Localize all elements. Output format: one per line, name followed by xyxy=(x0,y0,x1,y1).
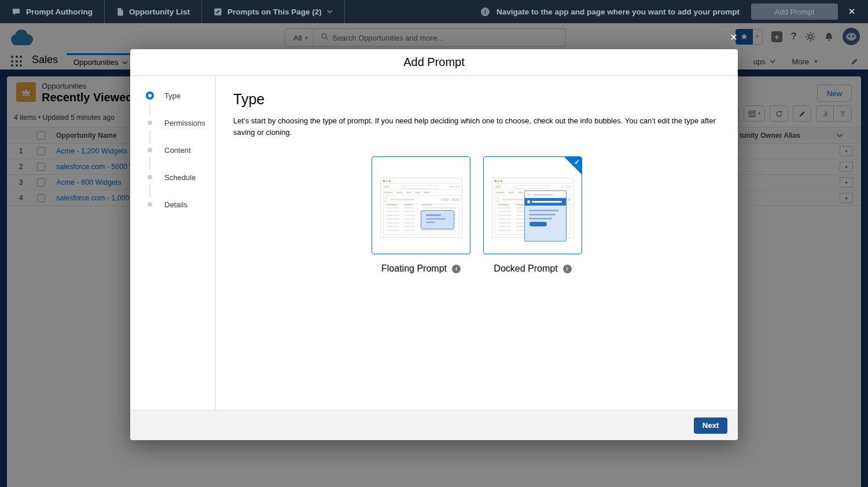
tab-prompts-on-this-page[interactable]: Prompts on This Page (2) xyxy=(202,0,345,23)
tab-opportunity-list[interactable]: Opportunity List xyxy=(105,0,202,23)
info-icon: i xyxy=(481,8,490,16)
step-dot xyxy=(148,202,152,207)
step-content[interactable]: Content xyxy=(130,145,215,155)
info-icon[interactable]: i xyxy=(452,265,461,273)
step-schedule[interactable]: Schedule xyxy=(130,173,215,182)
document-icon xyxy=(116,8,124,16)
walkthrough-close-button[interactable]: ✕ xyxy=(845,6,859,17)
tab-prompt-authoring[interactable]: Prompt Authoring xyxy=(0,0,105,23)
chevron-down-icon xyxy=(327,10,333,13)
edit-square-icon xyxy=(214,8,222,16)
add-prompt-button-disabled[interactable]: Add Prompt xyxy=(751,3,838,20)
step-details[interactable]: Details xyxy=(130,200,215,209)
step-dot xyxy=(148,148,152,152)
modal-header: Add Prompt xyxy=(130,49,738,76)
info-icon[interactable]: i xyxy=(563,265,572,273)
step-type[interactable]: Type xyxy=(130,91,215,100)
option-card-docked-prompt[interactable]: ✓ xyxy=(483,156,582,254)
step-connector xyxy=(149,184,150,197)
close-icon: ✕ xyxy=(848,6,856,16)
add-prompt-modal: Add Prompt Type Permissions Content xyxy=(130,49,738,440)
step-permissions[interactable]: Permissions xyxy=(130,118,215,127)
walkthrough-bar: Prompt Authoring Opportunity List Prompt… xyxy=(0,0,868,23)
modal-title: Add Prompt xyxy=(403,56,465,69)
close-icon: ✕ xyxy=(730,32,737,42)
step-dot xyxy=(148,175,152,180)
modal-content: Type Let’s start by choosing the type of… xyxy=(216,76,738,410)
section-description: Let’s start by choosing the type of prom… xyxy=(233,115,720,138)
step-connector xyxy=(149,130,150,143)
walkthrough-message: Navigate to the app and page where you w… xyxy=(496,8,740,16)
chat-bubble-icon xyxy=(12,8,21,16)
section-title: Type xyxy=(233,91,720,108)
step-connector xyxy=(149,102,150,116)
docked-prompt-illustration xyxy=(524,191,567,241)
step-connector xyxy=(149,157,150,170)
screen: All ▾ ▾ + ? xyxy=(0,0,868,487)
wizard-steps: Type Permissions Content Schedule xyxy=(130,76,216,410)
step-dot xyxy=(148,120,152,125)
next-button[interactable]: Next xyxy=(694,418,727,434)
floating-prompt-illustration xyxy=(421,210,454,229)
docked-prompt-label: Docked Prompt i xyxy=(483,263,582,274)
modal-footer: Next xyxy=(130,410,738,440)
modal-close-button[interactable]: ✕ xyxy=(728,32,740,43)
check-icon: ✓ xyxy=(574,158,580,166)
browser-illustration xyxy=(492,178,574,238)
browser-illustration xyxy=(380,178,462,238)
option-card-floating-prompt[interactable] xyxy=(372,156,470,254)
floating-prompt-label: Floating Prompt i xyxy=(372,263,470,274)
active-step-dot xyxy=(146,91,154,100)
